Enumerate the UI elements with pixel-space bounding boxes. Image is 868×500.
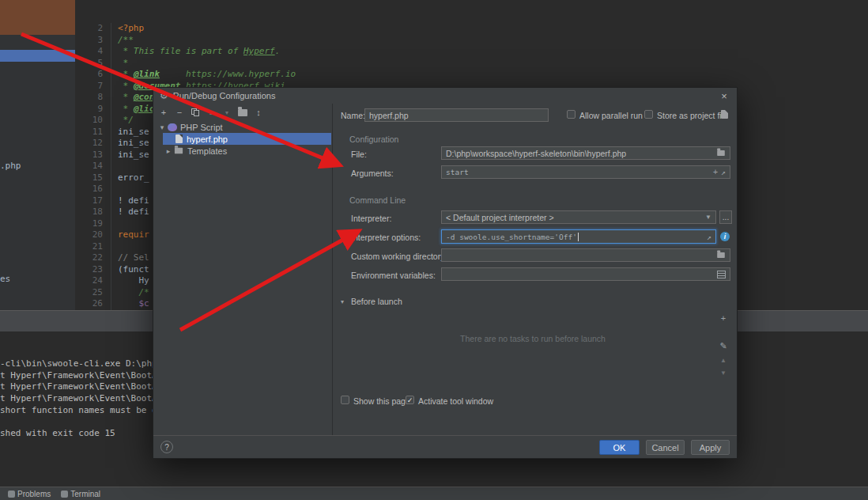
task-down-icon[interactable]: ▼ [718,369,729,377]
run-debug-configurations-dialog: ⚙ Run/Debug Configurations × + − ▲ ▼ ↕ ▾… [153,87,738,459]
tree-group-label: PHP Script [180,123,223,132]
tree-templates-label: Templates [187,146,227,156]
show-this-page-label: Show this page [353,396,410,406]
configuration-section-label: Configuration [349,134,398,144]
allow-parallel-run-checkbox[interactable] [567,110,576,119]
cancel-button[interactable]: Cancel [646,440,685,455]
tree-toolbar: + − ▲ ▼ ↕ [158,106,264,119]
before-launch-collapse-icon[interactable]: ▾ [341,298,344,305]
name-value: hyperf.php [369,111,409,120]
edit-task-icon[interactable]: ✎ [718,341,729,351]
remove-configuration-icon[interactable]: − [174,107,185,118]
command-line-section-label: Command Line [349,195,406,205]
interpreter-options-label: Interpreter options: [351,233,421,242]
left-tool-panel: .php es [0,0,75,310]
left-panel-block [0,0,75,35]
interpreter-browse-button[interactable]: ... [719,210,732,224]
interpreter-options-value: -d swoole.use_shortname='Off' [446,233,577,241]
button-bar-separator [153,435,737,436]
name-input[interactable]: hyperf.php [364,108,549,122]
show-this-page-checkbox[interactable] [341,396,349,404]
insert-macro-icon[interactable]: + [713,168,718,176]
name-label: Name: [341,111,365,120]
file-value: D:\php\workspace\hyperf-skeleton\bin\hyp… [446,149,626,158]
add-task-icon[interactable]: + [718,313,729,323]
code-line: 3/** [75,35,868,47]
configurations-tree-panel: + − ▲ ▼ ↕ ▾ PHP Script hyperf.php ▸ Temp… [153,104,333,436]
sort-configurations-icon[interactable]: ↕ [253,107,264,118]
dialog-title-bar: ⚙ Run/Debug Configurations × [153,88,737,104]
statusbar-terminal-tab[interactable]: Terminal [58,488,104,500]
browse-folder-icon[interactable] [717,252,725,258]
custom-working-directory-input[interactable] [441,248,730,262]
tree-group-php-script[interactable]: ▾ PHP Script [153,121,332,133]
store-file-icon [721,110,728,119]
check-icon: ✓ [407,396,413,404]
no-tasks-message: There are no tasks to run before launch [349,334,717,343]
code-line: 6 * @link https://www.hyperf.io [75,69,868,81]
php-icon [168,123,177,131]
custom-working-directory-label: Custom working directory: [351,252,447,261]
chevron-down-icon[interactable]: ▾ [158,123,166,131]
interpreter-label: Interpreter: [351,214,391,223]
arguments-label: Arguments: [351,169,394,178]
move-down-icon[interactable]: ▼ [221,107,232,118]
combo-arrow-icon: ▼ [705,214,711,221]
php-file-icon [175,134,183,143]
code-line: 5 * [75,58,868,70]
browse-folder-icon[interactable] [717,150,725,156]
terminal-label: Terminal [70,490,100,498]
left-panel-selected-row[interactable] [0,50,75,62]
ok-button[interactable]: OK [599,440,640,455]
text-cursor [578,233,579,241]
file-label: File: [351,150,367,159]
code-line: 2<?php [75,23,868,35]
left-panel-text-fragment: .php [0,161,21,171]
help-button[interactable]: ? [160,441,173,453]
activate-tool-window-checkbox[interactable]: ✓ [406,396,414,404]
problems-label: Problems [17,490,51,498]
before-launch-label[interactable]: Before launch [351,297,402,306]
tree-item-hyperf-php[interactable]: hyperf.php [153,133,332,145]
add-configuration-icon[interactable]: + [158,107,169,118]
expand-field-icon[interactable]: ↗ [707,233,711,241]
problems-icon [8,491,15,498]
apply-button[interactable]: Apply [691,440,730,455]
store-as-project-file-label: Store as project file [657,111,728,120]
allow-parallel-run-label: Allow parallel run [579,111,643,120]
close-icon[interactable]: × [718,90,730,102]
file-input[interactable]: D:\php\workspace\hyperf-skeleton\bin\hyp… [441,146,730,160]
activate-tool-window-label: Activate tool window [418,396,493,406]
interpreter-select[interactable]: < Default project interpreter > ▼ [441,210,716,224]
expand-field-icon[interactable]: ↗ [721,168,726,176]
interpreter-value: < Default project interpreter > [446,213,554,222]
tree-item-label: hyperf.php [187,134,228,144]
templates-icon [175,148,183,154]
env-vars-icon[interactable] [717,271,726,278]
store-as-project-file-checkbox[interactable] [644,110,653,119]
settings-icon: ⚙ [160,91,168,100]
environment-variables-input[interactable] [441,267,730,281]
terminal-icon [61,491,68,498]
copy-configuration-icon[interactable] [190,107,201,118]
chevron-right-icon[interactable]: ▸ [164,147,172,155]
move-up-icon[interactable]: ▲ [206,107,217,118]
task-up-icon[interactable]: ▲ [718,357,729,364]
code-line: 4 * This file is part of Hyperf. [75,46,868,58]
new-folder-icon[interactable] [237,107,248,118]
dialog-title: Run/Debug Configurations [173,91,276,100]
status-bar: Problems Terminal [0,487,868,500]
arguments-input[interactable]: start + ↗ [441,165,730,179]
environment-variables-label: Environment variables: [351,271,436,280]
statusbar-problems-tab[interactable]: Problems [5,488,54,500]
info-icon[interactable]: i [720,232,730,241]
arguments-value: start [446,168,469,176]
interpreter-options-input[interactable]: -d swoole.use_shortname='Off' ↗ [441,229,716,244]
left-panel-text-fragment: es [0,274,10,284]
tree-group-templates[interactable]: ▸ Templates [153,145,332,157]
